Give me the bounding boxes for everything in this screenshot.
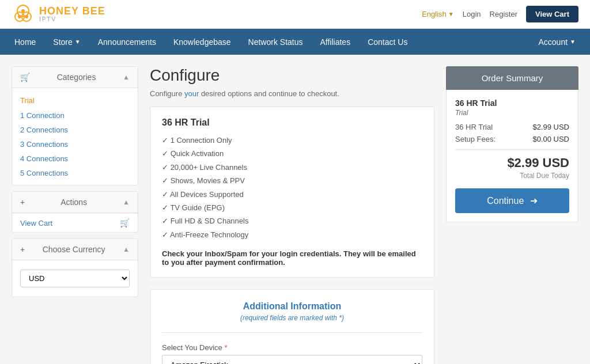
sidebar-trial-link[interactable]: Trial bbox=[12, 93, 138, 108]
device-select[interactable]: Amazon Firestick Android iOS Smart TV MA… bbox=[162, 355, 422, 364]
order-line-price: $2.99 USD bbox=[532, 123, 569, 131]
sidebar-view-cart-link[interactable]: View Cart bbox=[20, 219, 52, 227]
product-name: 36 HR Trial bbox=[162, 117, 422, 128]
currency-select[interactable]: USD bbox=[20, 270, 130, 287]
register-link[interactable]: Register bbox=[490, 10, 517, 18]
configure-area: Configure Configure your desired options… bbox=[150, 66, 434, 364]
plus-actions-icon: + bbox=[20, 198, 25, 207]
svg-point-5 bbox=[25, 15, 28, 18]
sidebar-1-connection[interactable]: 1 Connection bbox=[12, 108, 138, 123]
order-setup-fees: Setup Fees: $0.00 USD bbox=[455, 135, 569, 143]
configure-subtitle-colored: your bbox=[184, 89, 199, 98]
sidebar-2-connections[interactable]: 2 Connections bbox=[12, 123, 138, 137]
svg-point-4 bbox=[18, 15, 21, 18]
sidebar-5-connections[interactable]: 5 Connections bbox=[12, 166, 138, 180]
order-product-name: 36 HR Trial bbox=[455, 98, 569, 108]
nav-knowledgebase[interactable]: Knowledgebase bbox=[165, 31, 240, 54]
sidebar: 🛒 Categories ▲ Trial 1 Connection 2 Conn… bbox=[12, 66, 138, 303]
additional-info-section: Additional Information (required fields … bbox=[150, 289, 434, 364]
language-selector[interactable]: English ▼ bbox=[422, 10, 454, 18]
feature-7: Full HD & SD Channels bbox=[162, 214, 422, 227]
nav-network-status[interactable]: Network Status bbox=[240, 31, 312, 54]
additional-info-subtitle: (required fields are marked with *) bbox=[162, 314, 422, 322]
feature-4: Shows, Movies & PPV bbox=[162, 174, 422, 187]
product-note: Check your Inbox/Spam for your login cre… bbox=[162, 249, 422, 267]
order-summary-header: Order Summary bbox=[446, 66, 578, 90]
lang-chevron-icon: ▼ bbox=[448, 11, 454, 17]
feature-8: Anti-Freeze Technology bbox=[162, 228, 422, 241]
sidebar-currency-inner: USD bbox=[12, 260, 138, 297]
cart-small-icon: 🛒 bbox=[20, 73, 30, 82]
sidebar-currency-section: + Choose Currency ▲ USD bbox=[12, 238, 138, 297]
categories-chevron-icon: ▲ bbox=[123, 73, 130, 81]
feature-5: All Devices Supported bbox=[162, 188, 422, 201]
categories-label: Categories bbox=[57, 73, 96, 82]
currency-chevron-icon: ▲ bbox=[123, 245, 130, 253]
main-content: 🛒 Categories ▲ Trial 1 Connection 2 Conn… bbox=[0, 55, 590, 364]
configure-subtitle: Configure your desired options and conti… bbox=[150, 89, 434, 98]
sidebar-view-cart-item: View Cart 🛒 bbox=[12, 213, 138, 232]
nav-announcements[interactable]: Announcements bbox=[89, 31, 165, 54]
sidebar-3-connections[interactable]: 3 Connections bbox=[12, 137, 138, 151]
feature-2: Quick Activation bbox=[162, 147, 422, 160]
order-divider bbox=[455, 149, 569, 150]
order-summary: Order Summary 36 HR Trial Trial 36 HR Tr… bbox=[446, 66, 578, 222]
device-field-group: Select You Device * Amazon Firestick And… bbox=[162, 343, 422, 364]
order-total: $2.99 USD bbox=[455, 156, 569, 170]
nav-affiliates[interactable]: Affiliates bbox=[312, 31, 360, 54]
language-label: English bbox=[422, 10, 447, 18]
order-product-type: Trial bbox=[455, 109, 569, 117]
sidebar-categories-content: Trial 1 Connection 2 Connections 3 Conne… bbox=[12, 88, 138, 185]
order-summary-body: 36 HR Trial Trial 36 HR Trial $2.99 USD … bbox=[446, 90, 578, 222]
view-cart-button-top[interactable]: View Cart bbox=[526, 6, 578, 22]
device-label: Select You Device * bbox=[162, 343, 422, 352]
device-required-mark: * bbox=[224, 343, 227, 352]
plus-currency-icon: + bbox=[20, 245, 25, 254]
store-chevron-icon: ▼ bbox=[75, 39, 81, 45]
logo-text-container: HONEY BEE IPTV bbox=[39, 6, 105, 22]
sidebar-actions-header[interactable]: + Actions ▲ bbox=[12, 192, 138, 213]
order-line-label: 36 HR Trial bbox=[455, 123, 493, 131]
feature-1: 1 Connection Only bbox=[162, 134, 422, 147]
top-right-area: English ▼ Login Register View Cart bbox=[422, 6, 578, 22]
setup-fees-price: $0.00 USD bbox=[532, 135, 569, 143]
logo-name: HONEY BEE bbox=[39, 6, 105, 16]
nav-store[interactable]: Store ▼ bbox=[44, 31, 89, 54]
nav-home[interactable]: Home bbox=[6, 31, 44, 54]
feature-3: 20,000+ Live Channels bbox=[162, 161, 422, 174]
product-box: 36 HR Trial 1 Connection Only Quick Acti… bbox=[150, 107, 434, 278]
configure-title: Configure bbox=[150, 66, 434, 85]
additional-info-divider bbox=[162, 332, 422, 333]
order-line-item: 36 HR Trial $2.99 USD bbox=[455, 123, 569, 131]
nav-account[interactable]: Account ▼ bbox=[530, 31, 585, 54]
order-total-label: Total Due Today bbox=[455, 172, 569, 180]
logo-icon bbox=[12, 3, 35, 26]
logo-area: HONEY BEE IPTV bbox=[12, 3, 105, 26]
nav-bar: Home Store ▼ Announcements Knowledgebase… bbox=[0, 29, 590, 55]
actions-chevron-icon: ▲ bbox=[123, 198, 130, 206]
login-link[interactable]: Login bbox=[463, 10, 481, 18]
sidebar-cart-icon: 🛒 bbox=[120, 218, 130, 227]
sidebar-actions-section: + Actions ▲ View Cart 🛒 bbox=[12, 191, 138, 233]
sidebar-categories-header[interactable]: 🛒 Categories ▲ bbox=[12, 67, 138, 88]
sidebar-categories-section: 🛒 Categories ▲ Trial 1 Connection 2 Conn… bbox=[12, 66, 138, 185]
svg-point-3 bbox=[21, 9, 25, 13]
logo-sub: IPTV bbox=[39, 16, 105, 22]
continue-arrow-icon: ➜ bbox=[530, 196, 538, 206]
additional-info-title: Additional Information bbox=[162, 301, 422, 312]
setup-fees-label: Setup Fees: bbox=[455, 135, 496, 143]
currency-label: Choose Currency bbox=[43, 245, 105, 254]
top-bar: HONEY BEE IPTV English ▼ Login Register … bbox=[0, 0, 590, 29]
actions-label: Actions bbox=[60, 198, 87, 207]
account-chevron-icon: ▼ bbox=[570, 39, 576, 45]
sidebar-4-connections[interactable]: 4 Connections bbox=[12, 151, 138, 166]
nav-contact[interactable]: Contact Us bbox=[359, 31, 416, 54]
sidebar-currency-header[interactable]: + Choose Currency ▲ bbox=[12, 239, 138, 260]
feature-6: TV Guide (EPG) bbox=[162, 201, 422, 214]
continue-button[interactable]: Continue ➜ bbox=[455, 188, 569, 213]
